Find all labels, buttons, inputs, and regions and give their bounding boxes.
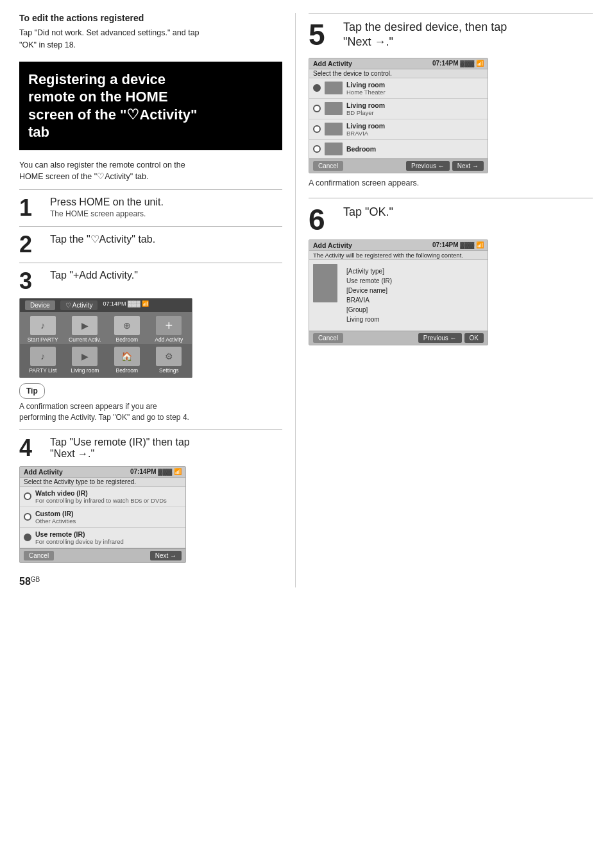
step5-row: 5 Tap the desired device, then tap"Next … <box>309 20 593 53</box>
screen5-item4-text: Bedroom <box>346 145 484 153</box>
step1-row: 1 Press HOME on the unit. The HOME scree… <box>19 196 282 220</box>
screen4-subheader: Select the Activity type to be registere… <box>20 478 185 487</box>
screen5-radio2 <box>313 105 321 112</box>
screen5-thumb2 <box>325 102 343 115</box>
screen3-icons-row2: ♪ PARTY List ▶ Living room 🏠 Bedroom ⚙ S… <box>20 344 192 378</box>
screen5-next-btn[interactable]: Next → <box>452 161 484 171</box>
screen3-icon-add-activity: + Add Activity <box>149 316 190 343</box>
screen6-header: Add Activity 07:14PM ▓▓▓ 📶 <box>309 240 488 251</box>
screen4-footer: Cancel Next → <box>20 548 185 562</box>
screen5-footer: Cancel Previous ← Next → <box>309 159 488 173</box>
screen6-footer-nav: Previous ← OK <box>418 333 484 343</box>
edit-body: Tap "Did not work. Set advanced settings… <box>19 27 282 51</box>
step1-sub: The HOME screen appears. <box>50 209 282 218</box>
step6-title: Tap "OK." <box>343 205 593 220</box>
step6-row: 6 Tap "OK." <box>309 205 593 234</box>
screen4-item1-text: Watch video (IR) For controlling by infr… <box>35 489 182 504</box>
screen4-radio2 <box>24 513 31 521</box>
screen5-header: Add Activity 07:14PM ▓▓▓ 📶 <box>309 58 488 69</box>
screen6-cancel-btn[interactable]: Cancel <box>313 333 343 343</box>
screen6-header-right: 07:14PM ▓▓▓ 📶 <box>432 241 484 248</box>
screen5-item2: Living room BD Player <box>309 99 488 119</box>
step1-content: Press HOME on the unit. The HOME screen … <box>50 196 282 218</box>
big-heading-section: Registering a device remote on the HOME … <box>19 62 282 150</box>
screen5-previous-btn[interactable]: Previous ← <box>406 161 450 171</box>
big-heading-body: You can also register the remote control… <box>19 159 282 184</box>
screen6-mockup: Add Activity 07:14PM ▓▓▓ 📶 The Activity … <box>309 239 488 345</box>
step3-title: Tap "+Add Activity." <box>50 270 282 281</box>
screen4-next-btn[interactable]: Next → <box>150 551 182 560</box>
screen3-icon-bedroom: ⊕ Bedroom <box>106 316 148 343</box>
screen5-radio1 <box>313 84 321 92</box>
step4-row: 4 Tap "Use remote (IR)" then tap"Next →.… <box>19 437 282 461</box>
screen6-ok-btn[interactable]: OK <box>464 333 484 343</box>
screen4-item1: Watch video (IR) For controlling by infr… <box>20 487 185 507</box>
step5-number: 5 <box>309 20 337 49</box>
screen6-detail-6: Living room <box>346 315 392 324</box>
screen6-detail-5: [Group] <box>346 305 392 315</box>
step1-number: 1 <box>19 196 44 220</box>
step4-content: Tap "Use remote (IR)" then tap"Next →." <box>50 437 282 461</box>
screen6-details: [Activity type] Use remote (IR) [Device … <box>343 264 396 327</box>
screen4-item2-text: Custom (IR) Other Activities <box>35 510 182 525</box>
step5-divider <box>309 13 593 13</box>
screen6-detail-3: [Device name] <box>346 286 392 295</box>
screen6-thumb <box>313 264 337 302</box>
screen4-item3-text: Use remote (IR) For controlling device b… <box>35 530 182 545</box>
step2-content: Tap the "♡Activity" tab. <box>50 233 282 247</box>
step3-row: 3 Tap "+Add Activity." <box>19 270 282 293</box>
big-heading-line1: Registering a device <box>28 71 166 87</box>
screen3-icon-settings: ⚙ Settings <box>149 347 190 374</box>
step4-title: Tap "Use remote (IR)" then tap"Next →." <box>50 437 282 460</box>
step5-title: Tap the desired device, then tap"Next →.… <box>343 20 593 50</box>
screen5-header-right: 07:14PM ▓▓▓ 📶 <box>432 60 484 67</box>
screen5-item3: Living room BRAVIA <box>309 119 488 140</box>
screen5-thumb3 <box>325 123 343 135</box>
screen5-time: 07:14PM ▓▓▓ 📶 <box>432 60 484 67</box>
confirm-text: A confirmation screen appears. <box>309 178 593 187</box>
screen4-radio1 <box>24 492 31 500</box>
page-footer: 58GB <box>19 576 282 587</box>
screen5-item1-text: Living room Home Theater <box>346 81 484 96</box>
big-heading-line2: remote on the HOME <box>28 89 168 105</box>
screen3-icon-bedroom2: 🏠 Bedroom <box>106 347 148 374</box>
screen5-thumb4 <box>325 143 343 155</box>
big-heading-line4: tab <box>28 124 49 140</box>
tip-text: A confirmation screen appears if you are… <box>19 401 282 423</box>
screen3-icon-living-room: ▶ Living room <box>65 347 106 374</box>
step2-divider <box>19 226 282 227</box>
screen4-item2: Custom (IR) Other Activities <box>20 507 185 528</box>
screen5-radio4 <box>313 145 321 153</box>
screen5-thumb1 <box>325 82 343 94</box>
screen3-header: Device ♡ Activity 07:14PM ▓▓▓ 📶 <box>20 299 192 312</box>
screen6-previous-btn[interactable]: Previous ← <box>418 333 462 343</box>
screen5-cancel-btn[interactable]: Cancel <box>313 161 343 171</box>
screen3-icon-current-activ: ▶ Current Activ. <box>65 316 106 343</box>
step6-number: 6 <box>309 205 337 234</box>
screen3-tab-device: Device <box>25 300 55 310</box>
screen3-time: 07:14PM ▓▓▓ 📶 <box>103 300 149 310</box>
big-heading-line3: screen of the "♡Activity" <box>28 107 197 123</box>
screen4-radio3 <box>24 534 31 541</box>
screen4-time: 07:14PM ▓▓▓ 📶 <box>130 468 182 475</box>
page-suffix: GB <box>31 576 40 583</box>
step5-content: Tap the desired device, then tap"Next →.… <box>343 20 593 53</box>
screen4-header-left: Add Activity <box>24 468 63 476</box>
screen3-icon-start-party: ♪ Start PARTY <box>22 316 64 343</box>
edit-title: To edit the actions registered <box>19 13 282 23</box>
step6-content: Tap "OK." <box>343 205 593 222</box>
step1-divider <box>19 189 282 190</box>
screen3-mockup: Device ♡ Activity 07:14PM ▓▓▓ 📶 ♪ Start … <box>19 298 192 378</box>
step2-number: 2 <box>19 233 44 256</box>
step1-title: Press HOME on the unit. <box>50 196 282 208</box>
screen5-item3-text: Living room BRAVIA <box>346 122 484 137</box>
screen4-header: Add Activity 07:14PM ▓▓▓ 📶 <box>20 467 185 478</box>
screen3-icon-party-list: ♪ PARTY List <box>22 347 64 374</box>
step3-number: 3 <box>19 270 44 293</box>
step2-title: Tap the "♡Activity" tab. <box>50 233 282 245</box>
screen6-content: [Activity type] Use remote (IR) [Device … <box>309 260 488 331</box>
screen6-detail-4: BRAVIA <box>346 295 392 305</box>
page-number: 58 <box>19 576 31 587</box>
screen4-mockup: Add Activity 07:14PM ▓▓▓ 📶 Select the Ac… <box>19 466 186 563</box>
screen4-cancel-btn[interactable]: Cancel <box>24 551 54 560</box>
